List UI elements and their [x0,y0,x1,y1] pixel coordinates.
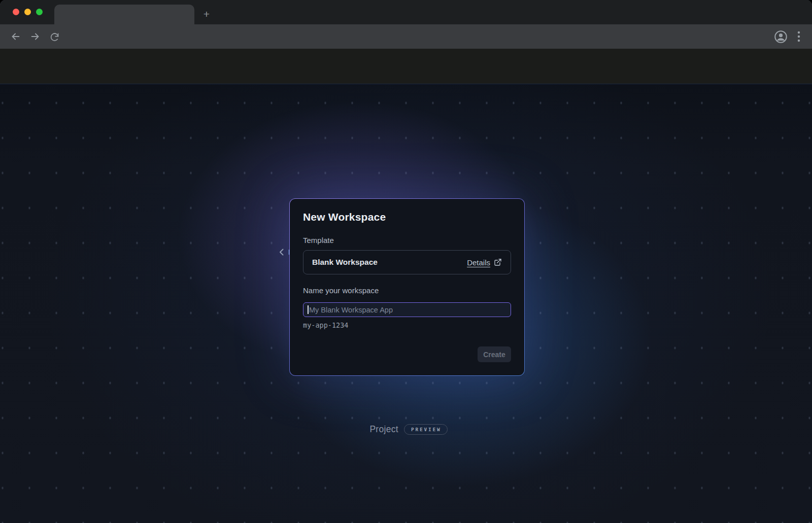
footer-brand: Project PREVIEW [3,424,812,435]
brand-name: Project [369,424,398,435]
template-name: Blank Workspace [312,258,378,267]
create-button[interactable]: Create [478,346,511,362]
reload-button[interactable] [45,27,64,46]
app-header-bar [0,49,812,84]
modal-title: New Workspace [303,210,511,224]
workspace-name-input-wrap [303,302,511,317]
workspace-name-input[interactable] [303,302,511,317]
workspace-slug: my-app-1234 [303,321,511,329]
browser-menu-button[interactable] [790,27,808,46]
kebab-menu-icon [794,29,804,44]
back-button[interactable] [6,27,25,46]
reload-icon [49,31,60,42]
new-tab-button[interactable]: + [200,8,213,21]
browser-toolbar [0,24,812,49]
browser-tab[interactable] [54,5,194,24]
forward-arrow-icon [29,31,41,42]
details-link-label: Details [467,258,490,267]
chevron-left-icon [279,249,284,256]
external-link-icon [494,258,502,266]
template-label: Template [303,235,511,245]
profile-icon [774,30,788,44]
template-details-link[interactable]: Details [467,258,502,267]
close-window-button[interactable] [13,9,19,15]
profile-button[interactable] [771,27,790,46]
template-selector[interactable]: Blank Workspace Details [303,250,511,274]
forward-button[interactable] [25,27,45,46]
browser-window: + Back [0,0,812,523]
page-canvas: Back New Workspace Template Blank Worksp… [0,84,812,523]
zoom-window-button[interactable] [36,9,43,15]
text-caret [308,305,309,314]
minimize-window-button[interactable] [24,9,31,15]
toolbar-right-group [771,24,808,49]
back-arrow-icon [10,31,21,42]
preview-badge: PREVIEW [404,424,448,435]
workspace-name-label: Name your workspace [303,286,511,295]
tab-strip: + [0,0,812,24]
new-workspace-modal: New Workspace Template Blank Workspace D… [289,198,525,376]
